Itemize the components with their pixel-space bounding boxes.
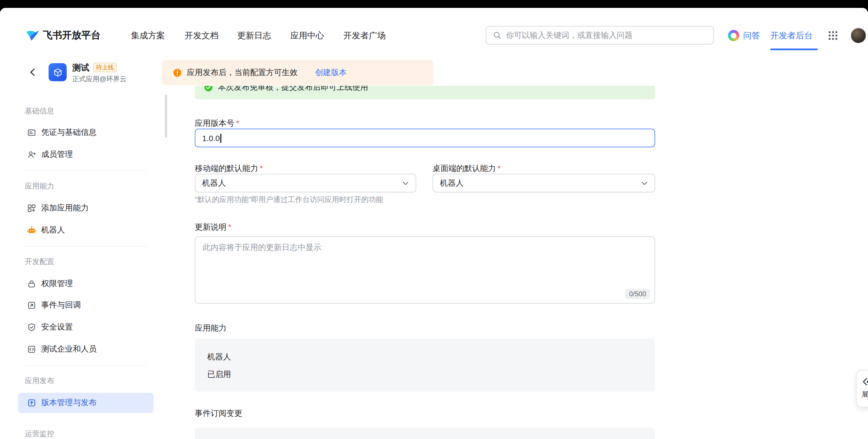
- app-capability-panel: 机器人 已启用: [195, 339, 655, 392]
- mobile-capability-value: 机器人: [202, 178, 226, 188]
- robot-icon: [27, 226, 36, 235]
- sidebar-item-members[interactable]: 成员管理: [18, 144, 154, 165]
- sidebar-item-label: 添加应用能力: [41, 203, 89, 213]
- expand-panel-button[interactable]: 展开: [856, 370, 868, 407]
- event-callback-icon: [27, 301, 36, 310]
- success-banner: 本次发布免审核，提交发布后即可上线使用: [195, 86, 655, 99]
- capability-hint: “默认的应用功能”即用户通过工作台访问应用时打开的功能: [195, 195, 383, 204]
- sidebar-section-capability: 应用能力: [25, 182, 54, 190]
- nav-item-dev-plaza[interactable]: 开发者广场: [343, 30, 386, 41]
- sidebar-item-label: 事件与回调: [41, 300, 81, 310]
- event-changes-title: 事件订阅变更: [195, 408, 242, 418]
- user-avatar[interactable]: [850, 28, 866, 43]
- sidebar-item-label: 版本管理与发布: [41, 398, 97, 408]
- capability-status: 已启用: [207, 370, 231, 379]
- success-check-icon: [204, 86, 213, 92]
- success-text: 本次发布免审核，提交发布后即可上线使用: [218, 86, 368, 93]
- desktop-capability-select[interactable]: 机器人: [433, 174, 655, 193]
- sidebar-item-label: 测试企业和人员: [41, 344, 97, 354]
- app-capability-title: 应用能力: [195, 323, 226, 333]
- shield-icon: [27, 323, 36, 332]
- sidebar-section-monitoring: 运营监控: [25, 430, 54, 438]
- chevron-down-icon: [641, 180, 648, 187]
- required-mark: *: [236, 119, 239, 128]
- sidebar-section-basic: 基础信息: [25, 107, 54, 115]
- create-version-link[interactable]: 创建版本: [315, 67, 347, 77]
- update-notes-label: 更新说明*: [195, 222, 231, 232]
- required-mark: *: [228, 222, 231, 231]
- publish-warning-banner: 应用发布后，当前配置方可生效 创建版本: [161, 60, 434, 85]
- sidebar-divider: [25, 170, 147, 171]
- sidebar-item-events-callback[interactable]: 事件与回调: [18, 295, 154, 315]
- text-caret: [220, 133, 221, 142]
- sidebar-item-label: 权限管理: [41, 279, 73, 289]
- developer-console-tab[interactable]: 开发者后台: [770, 30, 813, 41]
- double-chevron-left-icon: [862, 377, 868, 386]
- sidebar-item-credentials[interactable]: 凭证与基础信息: [18, 123, 154, 143]
- sidebar-item-label: 成员管理: [41, 149, 73, 160]
- sidebar-item-label: 安全设置: [41, 322, 73, 332]
- desktop-capability-value: 机器人: [440, 178, 464, 188]
- sidebar-divider: [25, 365, 147, 366]
- mobile-capability-label: 移动端的默认能力*: [195, 163, 263, 173]
- update-notes-textarea[interactable]: 此内容将于应用的更新日志中显示 0/500: [195, 236, 655, 304]
- version-value: 1.0.0: [202, 133, 220, 142]
- sidebar-scrollbar[interactable]: [165, 95, 167, 138]
- sidebar-item-label: 机器人: [41, 225, 65, 235]
- permission-lock-icon: [27, 279, 36, 288]
- search-icon: [493, 31, 501, 39]
- main-content: 本次发布免审核，提交发布后即可上线使用 应用版本号* 1.0.0 移动端的默认能…: [169, 86, 868, 439]
- qa-icon[interactable]: [728, 30, 739, 41]
- mobile-capability-select[interactable]: 机器人: [195, 174, 416, 193]
- event-changes-panel: [195, 428, 655, 439]
- sidebar: 基础信息 凭证与基础信息 成员管理 应用能力: [18, 8, 154, 439]
- warning-icon: [173, 68, 182, 77]
- apps-grid-icon[interactable]: [828, 31, 838, 41]
- sidebar-item-version-release[interactable]: 版本管理与发布: [18, 393, 154, 413]
- warning-text: 应用发布后，当前配置方可生效: [187, 67, 298, 77]
- sidebar-divider: [25, 246, 147, 246]
- char-counter: 0/500: [625, 289, 650, 299]
- sidebar-section-dev-config: 开发配置: [25, 258, 54, 266]
- capability-name: 机器人: [207, 352, 231, 362]
- search-placeholder: 你可以输入关键词，或直接输入问题: [506, 30, 632, 40]
- code-brackets-icon: [27, 345, 36, 354]
- publish-up-arrow-icon: [27, 398, 36, 407]
- qa-link[interactable]: 问答: [743, 30, 760, 41]
- chevron-down-icon: [402, 180, 409, 187]
- update-notes-placeholder: 此内容将于应用的更新日志中显示: [203, 243, 321, 253]
- version-input[interactable]: 1.0.0: [195, 129, 655, 147]
- sidebar-item-test-org[interactable]: 测试企业和人员: [18, 339, 154, 360]
- credential-icon: [27, 128, 36, 137]
- screen: 飞书开放平台 集成方案 开发文档 更新日志 应用中心 开发者广场 你可以输入关键…: [0, 0, 868, 439]
- sidebar-item-add-capability[interactable]: 添加应用能力: [18, 198, 154, 218]
- required-mark: *: [260, 164, 263, 173]
- required-mark: *: [498, 164, 501, 173]
- nav-item-changelog[interactable]: 更新日志: [237, 30, 271, 41]
- sidebar-item-label: 凭证与基础信息: [41, 128, 97, 138]
- sidebar-item-permissions[interactable]: 权限管理: [18, 274, 154, 294]
- sidebar-item-security[interactable]: 安全设置: [18, 317, 154, 337]
- desktop-capability-label: 桌面端的默认能力*: [433, 163, 501, 173]
- version-label: 应用版本号*: [195, 118, 239, 128]
- active-tab-underline: [770, 48, 818, 50]
- app-window: 飞书开放平台 集成方案 开发文档 更新日志 应用中心 开发者广场 你可以输入关键…: [0, 8, 868, 439]
- sidebar-section-release: 应用发布: [25, 377, 54, 385]
- expand-label: 展开: [862, 391, 868, 398]
- nav-item-docs[interactable]: 开发文档: [185, 30, 219, 41]
- add-capability-icon: [27, 204, 36, 213]
- members-icon: [27, 150, 36, 159]
- sidebar-item-bot[interactable]: 机器人: [18, 220, 154, 240]
- nav-item-app-center[interactable]: 应用中心: [290, 30, 324, 41]
- search-input[interactable]: 你可以输入关键词，或直接输入问题: [486, 26, 714, 44]
